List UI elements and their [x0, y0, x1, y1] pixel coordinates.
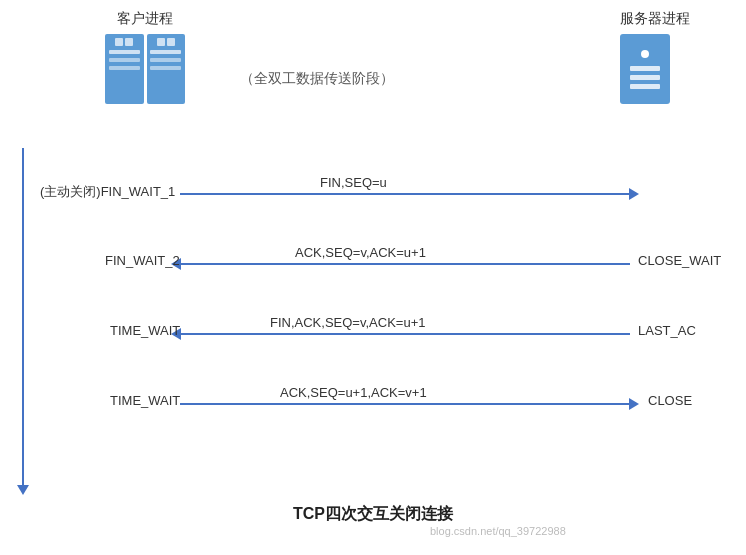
strip3 [109, 66, 140, 70]
arrow2-line [180, 263, 630, 265]
strip4 [150, 50, 181, 54]
strip1 [109, 50, 140, 54]
left-arrow-head [17, 485, 29, 495]
server-strip3 [630, 84, 660, 89]
server-process: 服务器进程 [620, 10, 690, 104]
strip6 [150, 66, 181, 70]
arrow2-label: ACK,SEQ=v,ACK=u+1 [295, 245, 426, 260]
client-process: 客户进程 [105, 10, 185, 104]
server-dot [641, 50, 649, 58]
dot3 [157, 38, 165, 46]
state2-left: FIN_WAIT_2 [105, 253, 180, 268]
state4-left: TIME_WAIT [110, 393, 180, 408]
arrow1-head [629, 188, 639, 200]
dot2 [125, 38, 133, 46]
client-label: 客户进程 [105, 10, 185, 28]
middle-label: （全双工数据传送阶段） [240, 70, 394, 88]
cabinet-right [147, 34, 186, 104]
state2-right: CLOSE_WAIT [638, 253, 721, 268]
arrow4-label: ACK,SEQ=u+1,ACK=v+1 [280, 385, 427, 400]
state3-right: LAST_AC [638, 323, 696, 338]
arrow1-label: FIN,SEQ=u [320, 175, 387, 190]
state1-left: (主动关闭)FIN_WAIT_1 [40, 183, 175, 201]
arrow3-line [180, 333, 630, 335]
left-vertical-arrow [22, 148, 24, 486]
watermark: blog.csdn.net/qq_39722988 [430, 525, 566, 537]
diagram: 客户进程 服务器进程 [0, 0, 746, 555]
arrow4-head [629, 398, 639, 410]
strip2 [109, 58, 140, 62]
state3-left: TIME_WAIT [110, 323, 180, 338]
arrow4-line [180, 403, 630, 405]
client-icon [105, 34, 185, 104]
cabinet-top-left [115, 38, 133, 46]
bottom-title: TCP四次交互关闭连接 [0, 504, 746, 525]
cabinet-left [105, 34, 144, 104]
server-strip2 [630, 75, 660, 80]
arrow3-label: FIN,ACK,SEQ=v,ACK=u+1 [270, 315, 425, 330]
server-label: 服务器进程 [620, 10, 690, 28]
strip5 [150, 58, 181, 62]
state4-right: CLOSE [648, 393, 692, 408]
dot4 [167, 38, 175, 46]
dot1 [115, 38, 123, 46]
server-strip1 [630, 66, 660, 71]
server-icon [620, 34, 670, 104]
cabinet-top-right [157, 38, 175, 46]
arrow1-line [180, 193, 630, 195]
